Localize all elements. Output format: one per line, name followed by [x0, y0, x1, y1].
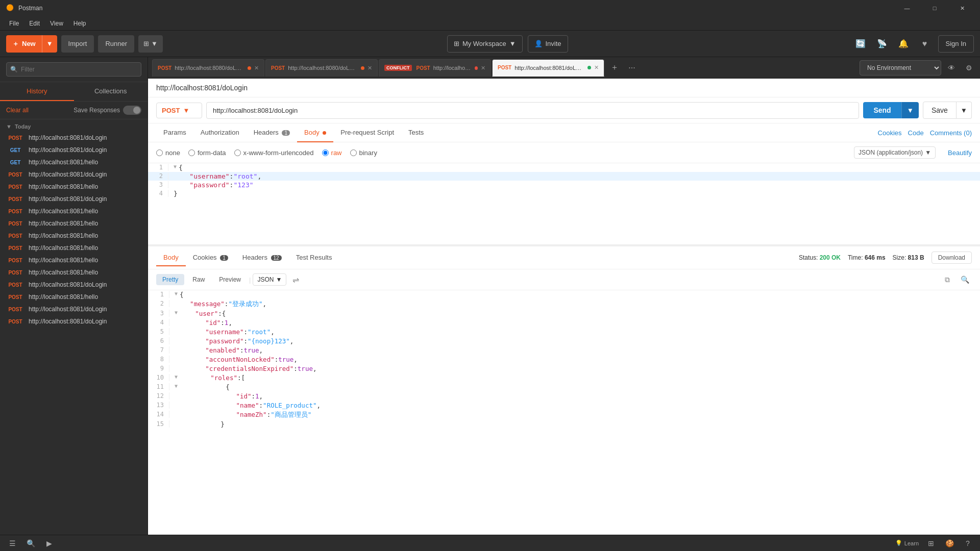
list-item[interactable]: POST http://localhost:8081/doLogin: [0, 279, 148, 291]
sync-button[interactable]: 🔄: [852, 36, 869, 52]
sidebar-toggle-button[interactable]: ☰: [6, 537, 18, 549]
tab-body[interactable]: Body: [297, 123, 333, 142]
list-item[interactable]: POST http://localhost:8081/hello: [0, 217, 148, 230]
list-item[interactable]: POST http://localhost:8081/doLogin: [0, 303, 148, 315]
find-button[interactable]: 🔍: [24, 537, 37, 549]
option-urlencoded[interactable]: x-www-form-urlencoded: [234, 149, 314, 157]
list-item[interactable]: POST http://localhost:8081/hello: [0, 266, 148, 279]
option-raw[interactable]: raw: [322, 149, 342, 157]
format-pretty-button[interactable]: Pretty: [156, 274, 184, 285]
tab-authorization[interactable]: Authorization: [193, 123, 247, 142]
resp-tab-test-results[interactable]: Test Results: [289, 249, 339, 266]
request-tab-4[interactable]: POST http://localhost:8081/doLogin ✕: [492, 59, 604, 77]
new-button-arrow[interactable]: ▼: [42, 35, 57, 53]
radio-raw[interactable]: [322, 149, 329, 156]
list-item[interactable]: POST http://localhost:8081/hello: [0, 242, 148, 254]
cookies-link[interactable]: Cookies: [878, 129, 902, 137]
menu-help[interactable]: Help: [68, 18, 91, 29]
new-button[interactable]: ＋ New ▼: [6, 35, 57, 53]
tab-close-button[interactable]: ✕: [368, 65, 372, 71]
help-button[interactable]: ?: [962, 537, 974, 549]
option-binary[interactable]: binary: [350, 149, 377, 157]
beautify-button[interactable]: Beautify: [948, 149, 972, 157]
request-tab-2[interactable]: POST http://localhost:8080/doLogin ✕: [265, 59, 378, 77]
list-item[interactable]: POST http://localhost:8081/hello: [0, 291, 148, 303]
request-tab-3[interactable]: CONFLICT POST http://localhost:8... ✕: [379, 59, 491, 77]
more-tabs-button[interactable]: ···: [625, 61, 639, 75]
option-form-data[interactable]: form-data: [188, 149, 226, 157]
tab-params[interactable]: Params: [156, 123, 193, 142]
method-select[interactable]: POST ▼: [156, 103, 202, 118]
tab-close-button[interactable]: ✕: [594, 64, 599, 71]
comments-link[interactable]: Comments (0): [930, 129, 972, 137]
request-tab-1[interactable]: POST http://localhost:8080/doLogin ✕: [152, 59, 264, 77]
menu-file[interactable]: File: [4, 18, 24, 29]
code-link[interactable]: Code: [908, 129, 924, 137]
list-item[interactable]: POST http://localhost:8081/doLogin: [0, 315, 148, 328]
import-button[interactable]: Import: [61, 35, 94, 53]
format-raw-button[interactable]: Raw: [186, 274, 211, 285]
sidebar-tab-collections[interactable]: Collections: [74, 82, 148, 101]
add-tab-button[interactable]: ＋: [607, 61, 622, 75]
format-preview-button[interactable]: Preview: [213, 274, 247, 285]
json-format-select[interactable]: JSON (application/json) ▼: [854, 146, 936, 159]
url-input[interactable]: [206, 102, 859, 119]
list-item[interactable]: POST http://localhost:8081/doLogin: [0, 168, 148, 181]
heart-button[interactable]: ♥: [917, 36, 933, 52]
tab-tests[interactable]: Tests: [401, 123, 431, 142]
fold-arrow[interactable]: ▼: [175, 383, 178, 389]
sidebar-filter-input[interactable]: [6, 62, 141, 77]
list-item[interactable]: POST http://localhost:8081/hello: [0, 254, 148, 266]
list-item[interactable]: POST http://localhost:8081/hello: [0, 230, 148, 242]
copy-response-button[interactable]: ⧉: [940, 272, 954, 287]
resp-tab-cookies[interactable]: Cookies 1: [186, 249, 235, 266]
console-button[interactable]: ▶: [43, 537, 55, 549]
invite-button[interactable]: 👤 Invite: [528, 35, 568, 53]
tab-pre-request-script[interactable]: Pre-request Script: [333, 123, 401, 142]
search-response-button[interactable]: 🔍: [958, 272, 972, 287]
list-item[interactable]: POST http://localhost:8081/doLogin: [0, 193, 148, 205]
fold-arrow[interactable]: ▼: [175, 291, 178, 296]
save-button[interactable]: Save: [923, 102, 957, 119]
close-button[interactable]: ✕: [950, 0, 974, 16]
maximize-button[interactable]: □: [923, 0, 946, 16]
fold-arrow[interactable]: ▼: [175, 310, 178, 315]
tab-close-button[interactable]: ✕: [481, 65, 485, 71]
learn-button[interactable]: 💡 Learn: [895, 540, 919, 546]
list-item[interactable]: POST http://localhost:8081/doLogin: [0, 132, 148, 144]
tab-headers[interactable]: Headers 1: [247, 123, 297, 142]
new-button-main[interactable]: ＋ New: [6, 35, 42, 53]
layout-button[interactable]: ⊞ ▼: [138, 35, 163, 53]
send-button[interactable]: Send: [863, 102, 901, 118]
cookie-button[interactable]: 🍪: [943, 537, 955, 549]
list-item[interactable]: POST http://localhost:8081/hello: [0, 205, 148, 217]
environment-settings-button[interactable]: ⚙: [962, 61, 976, 75]
resp-tab-headers[interactable]: Headers 12: [235, 249, 289, 266]
menu-view[interactable]: View: [45, 18, 68, 29]
sidebar-tab-history[interactable]: History: [0, 82, 74, 101]
layout-options-button[interactable]: ⊞: [925, 537, 937, 549]
fold-arrow[interactable]: ▼: [174, 164, 177, 169]
request-body-editor[interactable]: 1 ▼ { 2 "username" : "root" , 3 "passwor…: [148, 163, 980, 245]
notifications-button[interactable]: 🔔: [895, 36, 912, 52]
radio-form-data[interactable]: [188, 149, 195, 156]
list-item[interactable]: GET http://localhost:8081/doLogin: [0, 144, 148, 156]
satellite-button[interactable]: 📡: [874, 36, 890, 52]
response-json-format-select[interactable]: JSON ▼: [253, 273, 286, 286]
wrap-lines-button[interactable]: ⇌: [292, 275, 299, 285]
clear-all-button[interactable]: Clear all: [6, 107, 29, 114]
radio-urlencoded[interactable]: [234, 149, 241, 156]
option-none[interactable]: none: [156, 149, 180, 157]
menu-edit[interactable]: Edit: [24, 18, 45, 29]
list-item[interactable]: POST http://localhost:8081/hello: [0, 181, 148, 193]
save-responses-switch[interactable]: [123, 106, 141, 115]
send-dropdown-button[interactable]: ▼: [901, 102, 919, 118]
radio-binary[interactable]: [350, 149, 357, 156]
download-button[interactable]: Download: [932, 252, 972, 264]
fold-arrow[interactable]: ▼: [175, 374, 178, 380]
save-dropdown-button[interactable]: ▼: [957, 102, 972, 119]
environment-select[interactable]: No Environment: [860, 60, 941, 76]
minimize-button[interactable]: —: [895, 0, 919, 16]
workspace-button[interactable]: ⊞ My Workspace ▼: [447, 35, 523, 53]
tab-close-button[interactable]: ✕: [254, 65, 259, 71]
